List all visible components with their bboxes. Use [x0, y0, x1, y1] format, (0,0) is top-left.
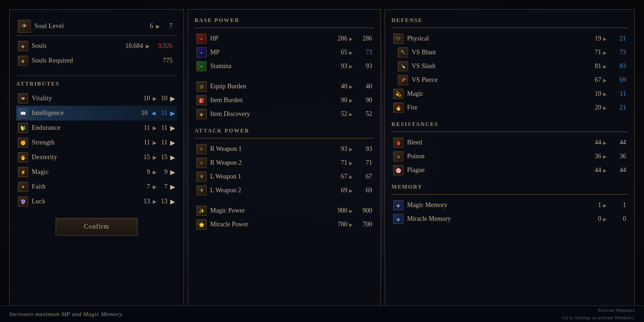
l-weapon1-row: 🗡 L Weapon 1 67 ▶ 67 [195, 170, 374, 184]
bleed-icon: 🩸 [393, 138, 403, 148]
luck-current: 13 [127, 198, 150, 205]
attr-dexterity[interactable]: 🖐 Dexterity 15 ▶ 15 ▶ [16, 150, 177, 165]
defense-title: DEFENSE [391, 17, 628, 24]
magic-memory-arrow: ▶ [603, 203, 607, 208]
magic-power-section: ✨ Magic Power 900 ▶ 900 🌟 Miracle Power … [195, 204, 374, 231]
mp-label: MP [210, 49, 330, 56]
magic-def-current: 10 [584, 90, 601, 98]
l-weapon2-current: 69 [330, 187, 347, 194]
intelligence-label: Intelligence [32, 109, 125, 117]
bleed-row: 🩸 Bleed 44 ▶ 44 [391, 136, 628, 150]
magic-memory-icon: ◈ [393, 200, 403, 210]
physical-next: 21 [609, 35, 626, 42]
miracle-memory-row: ◈ Miracle Memory 0 ▶ 0 [391, 212, 628, 226]
soul-level-label: Soul Level [34, 23, 130, 30]
miracle-memory-icon: ◈ [393, 214, 403, 224]
magic-power-row: ✨ Magic Power 900 ▶ 900 [195, 204, 374, 218]
mp-current: 65 [330, 49, 347, 56]
endurance-current: 11 [127, 124, 150, 132]
magic-memory-next: 1 [609, 201, 626, 209]
fire-def-current: 20 [584, 104, 601, 111]
fire-def-next: 21 [609, 104, 626, 111]
l-weapon2-label: L Weapon 2 [210, 187, 330, 194]
resistances-divider [391, 132, 628, 132]
memory-title: MEMORY [391, 184, 628, 190]
soul-level-icon: 👁 [18, 20, 31, 33]
confirm-button[interactable]: Confirm [56, 218, 137, 236]
left-panel: 👁 Soul Level 6 ▶ 7 ◈ Souls 10,684 ▶ 9,92… [9, 9, 184, 313]
magic-def-arrow: ▶ [603, 92, 607, 97]
vs-blunt-next: 73 [609, 49, 626, 56]
faith-current: 7 [127, 183, 150, 190]
luck-next: 13 [156, 198, 167, 205]
attr-endurance[interactable]: 🔰 Endurance 11 ▶ 11 ▶ [16, 121, 177, 135]
item-burden-row: 🎒 Item Burden 90 ▶ 90 [195, 93, 374, 107]
magic-def-label: Magic [407, 90, 584, 98]
stamina-arrow: ▶ [349, 64, 353, 69]
vs-slash-row: 🔪 VS Slash 81 ▶ 83 [391, 59, 628, 73]
fire-def-arrow: ▶ [603, 105, 607, 110]
attr-luck[interactable]: 🔮 Luck 13 ▶ 13 ▶ [16, 194, 177, 209]
vs-slash-current: 81 [584, 63, 601, 70]
equip-burden-arrow: ▶ [349, 84, 353, 89]
poison-icon: ☠ [393, 151, 403, 161]
poison-next: 36 [609, 153, 626, 160]
dexterity-current: 15 [127, 154, 150, 161]
miracle-power-current: 700 [330, 221, 347, 228]
faith-nav: ▶ [170, 183, 175, 191]
magic-attr-nav: ▶ [170, 168, 175, 176]
r-weapon2-icon: ⚔ [196, 158, 207, 168]
magic-power-label: Magic Power [210, 207, 330, 214]
intelligence-next: 11 [156, 109, 167, 117]
attr-magic[interactable]: ⚡ Magic 9 ▶ 9 ▶ [16, 165, 177, 179]
vs-blunt-row: 🔨 VS Blunt 71 ▶ 73 [391, 46, 628, 59]
plague-icon: 🌸 [393, 165, 403, 175]
strength-arrow: ▶ [153, 140, 156, 146]
vitality-next: 10 [156, 95, 167, 102]
l-weapon2-icon: 🗡 [196, 185, 207, 196]
plague-row: 🌸 Plague 44 ▶ 44 [391, 163, 628, 177]
attr-vitality[interactable]: ❤ Vitality 10 ▶ 10 ▶ [16, 91, 177, 106]
magic-power-icon: ✨ [196, 206, 207, 216]
hp-row: ▪ HP 286 ▶ 286 [195, 32, 374, 46]
r-weapon1-label: R Weapon 1 [210, 145, 330, 153]
equip-burden-label: Equip Burden [210, 83, 330, 90]
bleed-arrow: ▶ [603, 140, 607, 145]
stamina-current: 93 [330, 63, 347, 70]
strength-icon: ✊ [18, 138, 28, 148]
hp-label: HP [210, 35, 330, 42]
endurance-nav: ▶ [170, 124, 175, 132]
equip-burden-current: 40 [330, 83, 347, 90]
equip-burden-next: 40 [355, 83, 372, 90]
intelligence-left-arrow[interactable]: ◀ [151, 110, 155, 117]
miracle-power-next: 700 [355, 221, 372, 228]
attr-faith[interactable]: ✦ Faith 7 ▶ 7 ▶ [16, 179, 177, 194]
item-discovery-label: Item Discovery [210, 110, 330, 118]
memory-section: MEMORY ◈ Magic Memory 1 ▶ 1 ◈ Miracle Me… [391, 184, 628, 226]
soul-level-current: 6 [130, 23, 153, 30]
plague-current: 44 [584, 167, 601, 174]
attr-strength[interactable]: ✊ Strength 11 ▶ 11 ▶ [16, 135, 177, 150]
base-power-section: BASE POWER ▪ HP 286 ▶ 286 ▪ MP 65 ▶ 73 ▪… [195, 17, 374, 73]
souls-icon: ◈ [18, 41, 28, 51]
attack-power-section: ATTACK POWER ⚔ R Weapon 1 93 ▶ 93 ⚔ R We… [195, 127, 374, 197]
souls-current: 10,684 [120, 42, 143, 50]
physical-icon: 🛡 [393, 34, 403, 44]
intelligence-right-arrow[interactable]: ▶ [170, 109, 175, 117]
vs-slash-icon: 🔪 [398, 61, 408, 71]
mp-arrow: ▶ [349, 50, 353, 55]
dexterity-nav: ▶ [170, 154, 175, 161]
luck-nav: ▶ [170, 198, 175, 206]
bleed-label: Bleed [407, 139, 584, 146]
l-weapon1-arrow: ▶ [349, 174, 353, 179]
fire-def-row: 🔥 Fire 20 ▶ 21 [391, 101, 628, 115]
attack-power-title: ATTACK POWER [195, 127, 374, 134]
miracle-memory-next: 0 [609, 215, 626, 223]
attr-intelligence[interactable]: 📖 Intelligence 10 ◀ 11 ▶ [16, 106, 177, 121]
souls-required-value: 775 [150, 57, 172, 64]
item-burden-label: Item Burden [210, 97, 330, 104]
hp-icon: ▪ [196, 34, 207, 44]
attributes-title: ATTRIBUTES [16, 80, 177, 87]
mp-icon: ▪ [196, 47, 207, 58]
fire-def-label: Fire [407, 104, 584, 111]
